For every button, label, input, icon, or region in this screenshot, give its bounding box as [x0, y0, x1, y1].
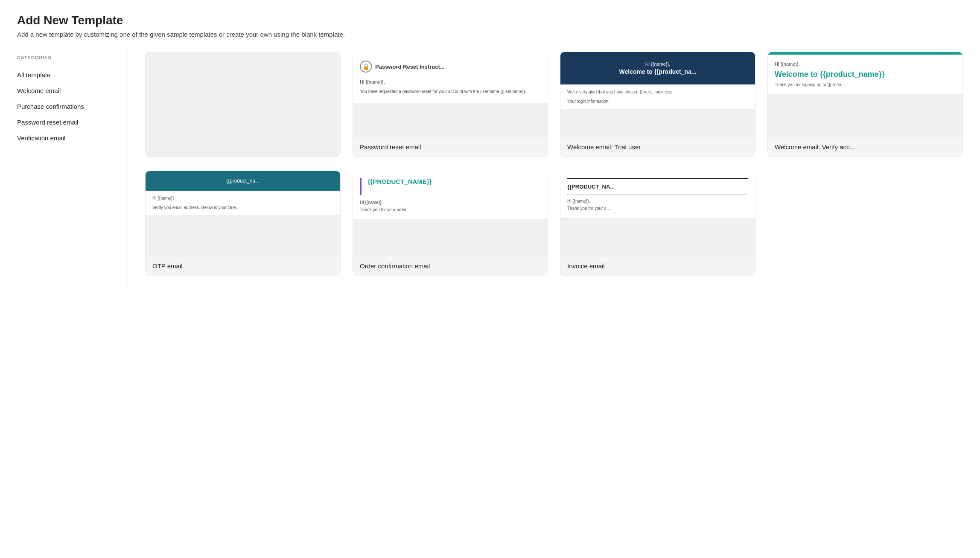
- categories-label: CATEGORIES: [17, 55, 117, 60]
- sidebar: CATEGORIES All template Welcome email Pu…: [17, 48, 128, 290]
- otp-hi: Hi {{name}}: [152, 196, 333, 201]
- pw-hi: Hi {{name}},: [360, 79, 541, 84]
- template-card-welcome-verify[interactable]: Hi {{name}}, Welcome to {{product_name}}…: [767, 52, 963, 157]
- otp-body: Hi {{name}} Verify you email address. Be…: [146, 191, 340, 215]
- template-preview-welcome-trial: Hi {{name}}, Welcome to {{product_na... …: [560, 52, 755, 137]
- lock-icon: 🔒: [360, 61, 372, 73]
- wv-hi: Hi {{name}},: [775, 61, 956, 67]
- template-card-invoice[interactable]: {{PRODUCT_NA... Hi {{name}}, Thank you f…: [560, 171, 755, 276]
- template-card-otp[interactable]: {{product_na... Hi {{name}} Verify you e…: [145, 171, 341, 276]
- order-header-row: {{PRODUCT_NAME}}: [360, 178, 541, 195]
- template-label-blank: Blank template: [146, 157, 340, 157]
- grid-empty-cell: [767, 171, 963, 276]
- template-label-invoice: Invoice email: [560, 256, 755, 276]
- wv-welcome: Welcome to {{product_name}}: [775, 70, 956, 79]
- pw-title: Password Reset Instruct...: [375, 64, 445, 70]
- template-preview-password-reset: 🔒 Password Reset Instruct... Hi {{name}}…: [353, 52, 548, 137]
- main-content: Blank template 🔒 Password Reset Instruct…: [128, 48, 963, 290]
- templates-grid-row2: {{product_na... Hi {{name}} Verify you e…: [145, 171, 963, 276]
- otp-text: Verify you email address. Below is your …: [152, 205, 333, 210]
- wt-body1: We're very glad that you have chosen {{p…: [567, 90, 748, 94]
- page-title: Add New Template: [17, 14, 963, 27]
- sidebar-item-all[interactable]: All template: [17, 67, 117, 83]
- template-card-blank[interactable]: Blank template: [145, 52, 341, 157]
- template-label-welcome-trial: Welcome email: Trial user: [560, 137, 755, 157]
- template-card-order[interactable]: {{PRODUCT_NAME}} Hi {{name}}, Thank you …: [353, 171, 548, 276]
- template-label-welcome-verify: Welcome email: Verify acc...: [768, 137, 962, 157]
- preview-otp-content: {{product_na... Hi {{name}} Verify you e…: [146, 171, 340, 215]
- content-area: CATEGORIES All template Welcome email Pu…: [17, 48, 963, 290]
- sidebar-item-welcome[interactable]: Welcome email: [17, 83, 117, 99]
- template-preview-welcome-verify: Hi {{name}}, Welcome to {{product_name}}…: [768, 52, 962, 137]
- page-subtitle: Add a new template by customizing one of…: [17, 31, 963, 38]
- inv-hi: Hi {{name}},: [567, 199, 748, 203]
- templates-grid-row1: Blank template 🔒 Password Reset Instruct…: [145, 52, 963, 157]
- wv-text: Thank you for signing up to {{produ...: [775, 82, 956, 87]
- pw-header: 🔒 Password Reset Instruct...: [360, 61, 541, 73]
- template-card-password-reset[interactable]: 🔒 Password Reset Instruct... Hi {{name}}…: [353, 52, 548, 157]
- preview-invoice-content: {{PRODUCT_NA... Hi {{name}}, Thank you f…: [560, 171, 755, 218]
- inv-body: Thank you for your o...: [567, 206, 748, 211]
- order-hi: Hi {{name}},: [360, 200, 541, 205]
- wt-welcome: Welcome to {{product_na...: [567, 68, 748, 75]
- page-container: Add New Template Add a new template by c…: [0, 0, 980, 303]
- inv-product: {{PRODUCT_NA...: [567, 183, 748, 190]
- preview-welcome-trial-content: Hi {{name}}, Welcome to {{product_na... …: [560, 52, 755, 109]
- template-label-password-reset: Password reset email: [353, 137, 548, 157]
- sidebar-item-password[interactable]: Password reset email: [17, 114, 117, 130]
- template-preview-invoice: {{PRODUCT_NA... Hi {{name}}, Thank you f…: [560, 171, 755, 256]
- template-label-otp: OTP email: [146, 256, 340, 276]
- template-preview-otp: {{product_na... Hi {{name}} Verify you e…: [146, 171, 340, 256]
- wt-hi: Hi {{name}},: [567, 61, 748, 67]
- preview-order-content: {{PRODUCT_NAME}} Hi {{name}}, Thank you …: [353, 171, 548, 219]
- wt-header: Hi {{name}}, Welcome to {{product_na...: [560, 52, 755, 84]
- order-product: {{PRODUCT_NAME}}: [368, 178, 432, 186]
- template-card-welcome-trial[interactable]: Hi {{name}}, Welcome to {{product_na... …: [560, 52, 755, 157]
- inv-bar: [567, 178, 748, 179]
- order-thank: Thank you for your order...: [360, 207, 541, 212]
- otp-header: {{product_na...: [146, 171, 340, 191]
- inv-divider: [567, 194, 748, 195]
- wt-body2: Your login information:: [567, 99, 748, 104]
- sidebar-item-verification[interactable]: Verification email: [17, 130, 117, 146]
- template-preview-order: {{PRODUCT_NAME}} Hi {{name}}, Thank you …: [353, 171, 548, 256]
- template-preview-blank: [146, 52, 340, 157]
- preview-welcome-verify-content: Hi {{name}}, Welcome to {{product_name}}…: [768, 52, 962, 94]
- template-label-order: Order confirmation email: [353, 256, 548, 276]
- order-accent: [360, 178, 362, 195]
- wt-body: We're very glad that you have chosen {{p…: [560, 84, 755, 109]
- sidebar-item-purchase[interactable]: Purchase confirmations: [17, 99, 117, 114]
- preview-password-content: 🔒 Password Reset Instruct... Hi {{name}}…: [353, 52, 548, 103]
- wv-body: Hi {{name}}, Welcome to {{product_name}}…: [768, 55, 962, 94]
- pw-body: You have requested a password reset for …: [360, 89, 541, 95]
